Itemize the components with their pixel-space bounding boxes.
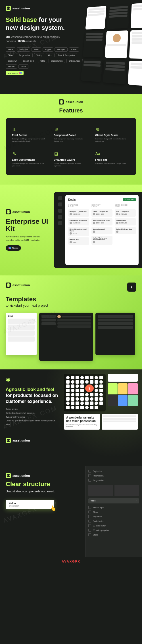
showcase-icon bbox=[66, 402, 70, 405]
component-tag: Toggle bbox=[43, 47, 53, 52]
layer-item[interactable]: Radio button bbox=[88, 519, 139, 523]
typography-card: A wonderful serenity has taken possessio… bbox=[64, 414, 100, 430]
feature-desc: Each component has many variants to choo… bbox=[54, 138, 89, 143]
showcase-icon bbox=[76, 402, 79, 405]
deals-column: QUALIFIED6 dealsDouglas - Quitas deal$ 3… bbox=[68, 204, 89, 246]
showcase-icon bbox=[95, 406, 98, 409]
agnostic-section: AVAXGFX.COM ✱ Agnostic look and feel for… bbox=[0, 369, 142, 466]
showcase-icon bbox=[99, 397, 103, 401]
drag-component[interactable]: Value Description 👆 bbox=[6, 500, 54, 509]
showcase-icon bbox=[85, 380, 89, 384]
showcase-icon bbox=[76, 380, 79, 384]
component-tag: Date & Time picker bbox=[56, 53, 77, 57]
showcase-icon bbox=[99, 393, 103, 396]
add-deal-button[interactable]: + Add Deal bbox=[123, 198, 136, 201]
bullet: Embedded powerful icon set. bbox=[6, 411, 60, 415]
deal-card[interactable]: Mercedes deal bbox=[91, 227, 112, 234]
showcase-icon bbox=[71, 376, 74, 379]
agnostic-title: Agnostic look and feel for products focu… bbox=[6, 387, 60, 404]
showcase-icon bbox=[71, 389, 74, 392]
showcase-icon bbox=[95, 376, 98, 379]
color-swatch bbox=[118, 383, 128, 394]
deal-card[interactable]: Krits, Bergstrom and Mona$ 1222 bbox=[68, 227, 89, 236]
value-input[interactable]: Value▸ bbox=[88, 498, 139, 503]
preview-sidebar bbox=[57, 195, 63, 265]
showcase-icon bbox=[66, 380, 70, 384]
layer-item[interactable]: Search input bbox=[88, 505, 139, 510]
component-tag: Checkbox bbox=[17, 47, 30, 52]
figma-button[interactable]: Figma bbox=[6, 245, 21, 251]
logo-mark bbox=[6, 283, 11, 288]
showcase-icon bbox=[85, 402, 89, 405]
showcase-icon bbox=[71, 397, 74, 401]
preview-main: Deals + Add Deal QUALIFIED6 dealsDouglas… bbox=[65, 195, 139, 265]
deal-card[interactable]: Saler, McGlynn deal bbox=[115, 227, 136, 234]
hero-section: AVAXGFX.COM asset union Solid base for y… bbox=[0, 0, 142, 94]
column-head: QUALIFIED6 deals bbox=[68, 204, 89, 208]
showcase-icon bbox=[66, 384, 70, 388]
deal-card[interactable]: Waters deal$ 500 bbox=[68, 237, 89, 245]
deal-card[interactable]: Douglas - Quitas deal$ 3200 USD bbox=[68, 209, 89, 217]
agnostic-showcase: ? A wonderful serenity has taken possess… bbox=[64, 374, 138, 430]
deal-card[interactable]: Hawk - Douglas W$ 3000 USD bbox=[91, 209, 112, 217]
deal-card[interactable]: Farrell and Sons deal$ 1000 USD bbox=[68, 218, 89, 225]
layer-item[interactable]: 00 radio button bbox=[88, 523, 139, 528]
deal-card[interactable]: Delany deal$ 2000 USD bbox=[115, 218, 136, 225]
color-swatches bbox=[108, 383, 138, 406]
logo-text: asset union bbox=[12, 474, 30, 477]
showcase-icon bbox=[80, 389, 84, 392]
feature-icon: ◫ bbox=[12, 126, 17, 131]
showcase-icon bbox=[85, 406, 89, 409]
logo: asset union bbox=[6, 473, 62, 478]
color-swatch bbox=[108, 395, 118, 406]
logo-text: asset union bbox=[12, 283, 30, 287]
showcase-icon bbox=[71, 393, 74, 396]
feature-card: ✎Easy CustomizableEffortless change and … bbox=[10, 148, 49, 170]
component-tag: Alert bbox=[46, 53, 54, 57]
deal-card[interactable]: Bad - Douglas d$ 4700 USD bbox=[115, 209, 136, 217]
showcase-icon bbox=[90, 397, 93, 401]
component-tag: Search input bbox=[21, 59, 36, 63]
layer-item[interactable]: Pagination bbox=[88, 514, 139, 519]
deals-title: Deals bbox=[68, 198, 76, 201]
question-icon: ? bbox=[85, 384, 94, 392]
layer-item[interactable]: Progress bar bbox=[88, 478, 139, 482]
showcase-icon bbox=[76, 376, 79, 379]
templates-title: Templates bbox=[6, 296, 136, 303]
feature-desc: The file is named, grouped, and well org… bbox=[54, 162, 89, 167]
component-tag: Table bbox=[38, 59, 47, 63]
layer-item[interactable]: Steps bbox=[88, 532, 139, 537]
enterprise-title: Enterprise UI Kit bbox=[6, 218, 48, 233]
deal-card[interactable]: Nolan, Walter and Wildeman deal bbox=[91, 236, 112, 245]
showcase-icon bbox=[95, 397, 98, 401]
layer-item[interactable]: Pagination bbox=[88, 469, 139, 473]
layer-item[interactable]: Progress bar bbox=[88, 473, 139, 478]
showcase-icon bbox=[80, 380, 84, 384]
structure-subtitle: Drag & drop components you need. bbox=[6, 490, 62, 493]
layer-item[interactable]: Slider bbox=[88, 510, 139, 514]
deal-card[interactable]: McCullough Inc. deal$ 5800 USD bbox=[91, 218, 112, 225]
asterisk-icon: ✱ bbox=[6, 377, 12, 383]
showcase-icon bbox=[95, 384, 98, 388]
feature-card: ◫Pixel PerfectSpacings, paddings, margin… bbox=[10, 123, 49, 145]
templates-app-icon: ✦ bbox=[127, 283, 136, 292]
component-tag: Breadcrumbs bbox=[49, 59, 65, 63]
showcase-icon bbox=[80, 406, 84, 409]
showcase-icon bbox=[95, 393, 98, 396]
deals-column: CONTACT4 dealsHawk - Douglas W$ 3000 USD… bbox=[91, 204, 112, 246]
bottom-brand: AVAXGFX bbox=[0, 557, 142, 566]
component-tag: Progress bar bbox=[17, 53, 33, 57]
feature-icon: Aa bbox=[95, 151, 100, 156]
template-preview-1: Deals bbox=[6, 313, 37, 355]
feature-name: Easy Customizable bbox=[12, 158, 47, 161]
feature-desc: Effortless change and customisation to s… bbox=[12, 162, 47, 167]
showcase-icon bbox=[90, 376, 93, 379]
component-tag: Text input bbox=[55, 47, 68, 52]
logo: asset union bbox=[6, 438, 60, 443]
icon-showcase: ? bbox=[64, 374, 106, 411]
logo: asset union bbox=[6, 209, 48, 214]
color-swatch bbox=[108, 383, 118, 394]
column-head: CONTACT4 deals bbox=[91, 204, 112, 208]
logo-mark bbox=[6, 473, 11, 478]
layer-item[interactable]: 00 radio group bar bbox=[88, 528, 139, 532]
